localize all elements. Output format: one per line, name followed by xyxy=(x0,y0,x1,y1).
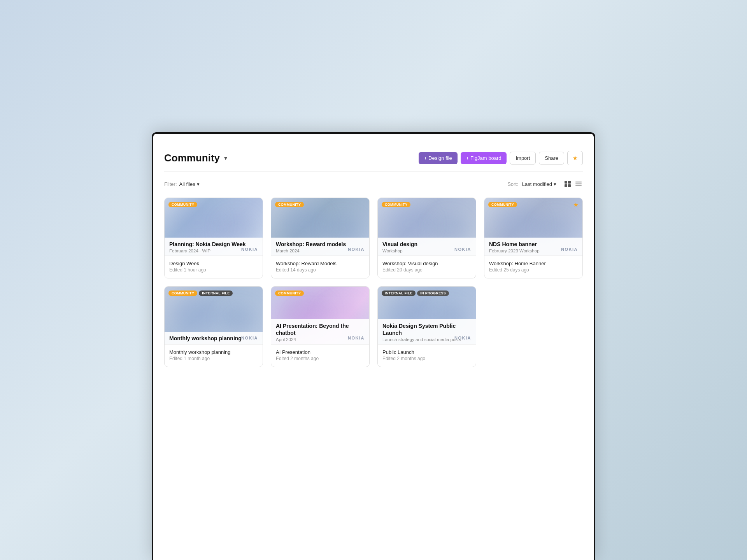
swirl-decoration-0 xyxy=(172,204,223,243)
nokia-logo: NOKIA xyxy=(454,247,471,252)
card-file-name: Monthly workshop planning xyxy=(169,349,258,355)
badge-community: COMMUNITY xyxy=(275,202,304,207)
sort-section: Sort: Last modified ▾ xyxy=(507,180,583,188)
title-wrap: Community ▾ xyxy=(164,152,229,164)
filter-sort-bar: Filter: All files ▾ Sort: Last modified … xyxy=(164,178,583,190)
card-meta: Workshop: Reward Models Edited 14 days a… xyxy=(271,259,369,278)
card-meta: Design Week Edited 1 hour ago xyxy=(165,259,263,278)
title-chevron-icon[interactable]: ▾ xyxy=(222,155,229,162)
file-card[interactable]: COMMUNITY AI Presentation: Beyond the ch… xyxy=(271,286,370,367)
file-card[interactable]: COMMUNITY Visual design Workshop NOKIA W… xyxy=(377,198,476,278)
file-card[interactable]: COMMUNITY Workshop: Reward models March … xyxy=(271,198,370,278)
card-meta: Workshop: Home Banner Edited 25 days ago xyxy=(484,259,582,278)
card-file-name: AI Presentation xyxy=(276,349,365,355)
file-card[interactable]: COMMUNITY ★ NDS Home banner February 202… xyxy=(484,198,583,278)
card-badges: COMMUNITY xyxy=(275,290,304,296)
card-title-area: Nokia Design System Public Launch Launch… xyxy=(378,319,476,344)
filter-section: Filter: All files ▾ xyxy=(164,181,200,187)
card-badges: COMMUNITY xyxy=(275,202,304,207)
card-badges: COMMUNITY xyxy=(488,202,517,207)
grid-icon xyxy=(564,180,571,187)
card-file-name: Public Launch xyxy=(382,349,471,355)
filter-value: All files xyxy=(179,181,195,187)
card-thumbnail: COMMUNITY AI Presentation: Beyond the ch… xyxy=(271,287,369,344)
svg-rect-3 xyxy=(568,184,571,187)
card-file-name: Workshop: Reward Models xyxy=(276,261,365,266)
card-edit-time: Edited 1 hour ago xyxy=(169,267,258,273)
nokia-logo: NOKIA xyxy=(241,336,258,340)
badge-internal-file: INTERNAL FILE xyxy=(382,290,416,296)
card-thumbnail: COMMUNITY Planning: Nokia Design Week Fe… xyxy=(165,198,263,256)
page-header: Community ▾ + Design file + FigJam board… xyxy=(164,143,583,172)
card-file-name: Design Week xyxy=(169,261,258,266)
svg-rect-6 xyxy=(575,186,582,186)
sort-value: Last modified xyxy=(522,181,552,187)
card-title: AI Presentation: Beyond the chatbot xyxy=(276,322,365,336)
card-edit-time: Edited 2 months ago xyxy=(382,356,471,361)
svg-rect-5 xyxy=(575,184,582,184)
design-file-button[interactable]: + Design file xyxy=(419,152,458,164)
nokia-logo: NOKIA xyxy=(348,336,365,340)
swirl-decoration-0 xyxy=(172,296,218,332)
figjam-button[interactable]: + FigJam board xyxy=(461,152,507,164)
files-grid: COMMUNITY Planning: Nokia Design Week Fe… xyxy=(164,198,583,367)
nokia-logo: NOKIA xyxy=(561,247,578,252)
import-button[interactable]: Import xyxy=(510,152,536,164)
card-file-name: Workshop: Visual design xyxy=(382,261,471,266)
card-thumbnail: COMMUNITYINTERNAL FILE Monthly workshop … xyxy=(165,287,263,344)
card-thumbnail: COMMUNITY ★ NDS Home banner February 202… xyxy=(484,198,582,256)
card-title-area: NDS Home banner February 2023 Workshop xyxy=(484,238,582,256)
card-thumbnail: COMMUNITY Workshop: Reward models March … xyxy=(271,198,369,256)
card-meta: Public Launch Edited 2 months ago xyxy=(378,348,476,367)
file-card[interactable]: COMMUNITYINTERNAL FILE Monthly workshop … xyxy=(164,286,263,367)
badge-community: COMMUNITY xyxy=(275,290,304,296)
card-badges: COMMUNITY xyxy=(168,202,197,207)
filter-label: Filter: xyxy=(164,181,177,187)
filter-chevron-icon: ▾ xyxy=(197,181,200,187)
card-edit-time: Edited 1 month ago xyxy=(169,356,258,361)
svg-rect-2 xyxy=(565,184,567,187)
card-meta: Monthly workshop planning Edited 1 month… xyxy=(165,348,263,367)
filter-select[interactable]: All files ▾ xyxy=(179,181,200,187)
card-thumbnail: COMMUNITY Visual design Workshop NOKIA xyxy=(378,198,476,256)
badge-community: COMMUNITY xyxy=(168,202,197,207)
sort-select[interactable]: Last modified ▾ xyxy=(522,181,556,187)
nokia-logo: NOKIA xyxy=(348,247,365,252)
card-meta: Workshop: Visual design Edited 20 days a… xyxy=(378,259,476,278)
card-title-area: Workshop: Reward models March 2024 xyxy=(271,238,369,256)
card-meta: AI Presentation Edited 2 months ago xyxy=(271,348,369,367)
badge-in-progress: IN PROGRESS xyxy=(417,290,449,296)
card-thumbnail: INTERNAL FILEIN PROGRESS Nokia Design Sy… xyxy=(378,287,476,344)
card-edit-time: Edited 2 months ago xyxy=(276,356,365,361)
file-card[interactable]: COMMUNITY Planning: Nokia Design Week Fe… xyxy=(164,198,263,278)
card-edit-time: Edited 20 days ago xyxy=(382,267,471,273)
file-card[interactable]: INTERNAL FILEIN PROGRESS Nokia Design Sy… xyxy=(377,286,476,367)
badge-community: COMMUNITY xyxy=(168,290,197,296)
header-actions: + Design file + FigJam board Import Shar… xyxy=(419,151,583,165)
nokia-logo: NOKIA xyxy=(241,247,258,252)
card-file-name: Workshop: Home Banner xyxy=(489,261,578,266)
badge-community: COMMUNITY xyxy=(382,202,410,207)
star-button[interactable]: ★ xyxy=(567,151,583,165)
card-title: Nokia Design System Public Launch xyxy=(382,322,471,336)
sort-label: Sort: xyxy=(507,181,518,187)
svg-rect-4 xyxy=(575,182,582,182)
card-badges: INTERNAL FILEIN PROGRESS xyxy=(382,290,449,296)
svg-rect-0 xyxy=(565,181,567,184)
card-title-area: Planning: Nokia Design Week February 202… xyxy=(165,238,263,256)
svg-rect-1 xyxy=(568,181,571,184)
sort-chevron-icon: ▾ xyxy=(554,181,556,187)
swirl-decoration-1 xyxy=(220,304,256,334)
card-star-icon: ★ xyxy=(573,201,579,208)
view-icons xyxy=(563,180,583,188)
card-badges: COMMUNITYINTERNAL FILE xyxy=(168,290,233,296)
card-title-area: AI Presentation: Beyond the chatbot Apri… xyxy=(271,319,369,344)
badge-community: COMMUNITY xyxy=(488,202,517,207)
card-edit-time: Edited 25 days ago xyxy=(489,267,578,273)
list-view-button[interactable] xyxy=(574,180,583,188)
share-button[interactable]: Share xyxy=(539,152,564,164)
card-edit-time: Edited 14 days ago xyxy=(276,267,365,273)
nokia-logo: NOKIA xyxy=(454,336,471,340)
grid-view-button[interactable] xyxy=(563,180,572,188)
swirl-decoration-0 xyxy=(281,206,328,243)
